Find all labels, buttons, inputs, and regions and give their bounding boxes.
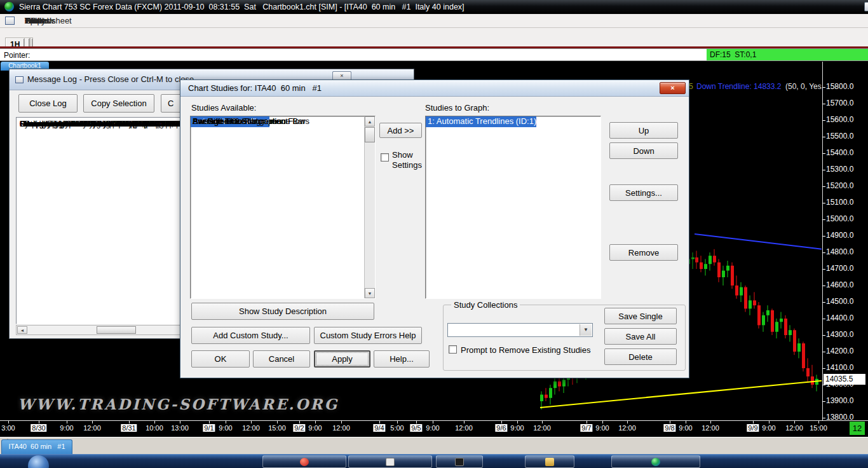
time-tick-mark [501,421,502,423]
time-tick-label: 12:00 [618,424,636,432]
studies-to-graph-label: Studies to Graph: [425,103,489,113]
globe-app-icon [651,458,660,466]
time-tick-label: 9/1 [203,424,215,432]
time-tick-mark [753,421,754,423]
price-label: 14200.0 [826,347,853,355]
taskbar-button-1[interactable] [262,455,346,468]
time-tick-label: 9/7 [580,424,592,432]
time-tick-mark [769,421,770,423]
settings-button[interactable]: Settings... [609,184,678,201]
time-tick-label: 15:00 [268,424,286,432]
taskbar-button-5[interactable] [611,455,700,468]
remove-button[interactable]: Remove [609,244,678,261]
scrollbar-thumb[interactable] [365,127,375,142]
custom-study-errors-help-button[interactable]: Custom Study Errors Help [314,327,422,344]
price-label: 15700.0 [826,99,853,107]
price-tick-mark [822,252,825,253]
sierra-chart-screen: 15800.015700.015600.015500.015400.015300… [0,0,868,468]
time-tick-mark [209,421,210,423]
window-app-icon [386,458,395,466]
time-tick-mark [277,421,278,423]
trendline-params: (50, 0, Yes, Ye [785,82,822,91]
study-collections-label: Study Collections [451,300,520,310]
red-app-icon [300,458,309,466]
study-list-item[interactable]: Bar End Time [191,116,243,127]
price-tick-mark [822,87,825,88]
chart-tab-ita40[interactable]: ITA40 60 min #1 [1,439,72,454]
studies-available-label: Studies Available: [191,103,256,113]
ok-button[interactable]: OK [191,350,250,368]
price-fragment: 5 [689,82,693,91]
price-tick-mark [822,352,825,352]
price-tick-mark [822,319,825,319]
price-tick-mark [822,153,825,154]
time-tick-mark [670,421,670,423]
time-tick-mark [710,421,711,423]
watermark: WWW.TRADING-SOFTWARE.ORG [18,396,339,413]
menu-item-help[interactable]: Help [19,14,48,27]
scrollbar-thumb[interactable] [97,326,136,334]
price-tick-mark [822,120,825,121]
current-price-box: 14035.5 [824,374,865,385]
scroll-down-arrow-icon[interactable]: ▼ [365,288,375,298]
time-tick-label: 9:00 [426,424,439,432]
prompt-remove-checkbox[interactable] [449,345,457,354]
copy-selection-button[interactable]: Copy Selection [83,94,154,113]
studies-list-scrollbar[interactable]: ▲ ▼ [364,116,375,298]
scroll-up-arrow-icon[interactable]: ▲ [365,116,375,127]
save-single-button[interactable]: Save Single [604,308,677,324]
price-label: 14100.0 [826,363,853,372]
time-tick-label: 9/8 [663,424,675,432]
price-label: 15500.0 [826,132,853,141]
time-tick-label: 9:00 [679,424,692,432]
taskbar-button-3[interactable] [436,455,483,468]
price-label: 15100.0 [826,198,853,207]
close-button[interactable]: × [864,2,868,11]
close-log-button[interactable]: Close Log [18,94,78,113]
dialog-close-button[interactable]: × [660,82,686,94]
add-custom-study-button[interactable]: Add Custom Study... [191,327,310,344]
cancel-button[interactable]: Cancel [253,350,310,368]
study-collections-dropdown[interactable]: ▼ [447,323,593,337]
price-label: 14500.0 [826,297,853,306]
move-down-button[interactable]: Down [609,142,678,159]
down-trendline-label: Down Trendline: 14833.2 [696,82,781,91]
time-tick-label: 13:00 [171,424,189,432]
price-label: 13900.0 [826,396,853,405]
price-label: 14900.0 [826,231,853,240]
time-tick-mark [8,421,9,423]
time-tick-mark [39,421,39,423]
move-up-button[interactable]: Up [609,122,678,139]
help-button[interactable]: Help... [374,350,430,368]
show-study-description-button[interactable]: Show Study Description [191,303,374,320]
save-all-button[interactable]: Save All [604,328,677,345]
apply-button[interactable]: Apply [314,350,370,368]
price-tick-mark [822,104,825,104]
time-tick-mark [416,421,417,423]
studies-available-list[interactable]: 1/pAC/DC HistogramAccumulation/Distribut… [190,116,376,299]
taskbar-button-2[interactable] [348,455,432,468]
price-tick-mark [822,335,825,336]
scroll-left-arrow-icon[interactable]: ◄ [17,326,27,334]
dialog-title-bar[interactable]: Chart Studies for: ITA40 60 min #1 [180,80,689,97]
delete-button[interactable]: Delete [604,348,677,365]
show-settings-label: Show Settings [392,150,429,170]
add-study-button[interactable]: Add >> [379,123,422,138]
studies-to-graph-list[interactable]: 1: Automatic Trendlines (ID:1) [425,116,601,299]
time-tick-mark [433,421,433,423]
time-tick-mark [587,421,587,423]
data-feed-status-badge: DF:15 ST:0,1 [707,49,868,60]
time-tick-mark [129,421,130,423]
time-tick-label: 9:00 [308,424,322,432]
time-tick-mark [67,421,67,423]
price-tick-mark [822,269,825,270]
time-tick-label: 3:00 [1,424,15,432]
show-settings-checkbox[interactable] [381,153,389,162]
graph-list-item[interactable]: 1: Automatic Trendlines (ID:1) [426,116,536,127]
time-tick-label: 12:00 [702,424,719,432]
dropdown-arrow-icon[interactable]: ▼ [580,324,592,336]
price-tick-mark [822,170,825,170]
price-tick-mark [822,302,825,303]
time-tick-mark [299,421,300,423]
taskbar-button-4[interactable] [525,455,574,468]
